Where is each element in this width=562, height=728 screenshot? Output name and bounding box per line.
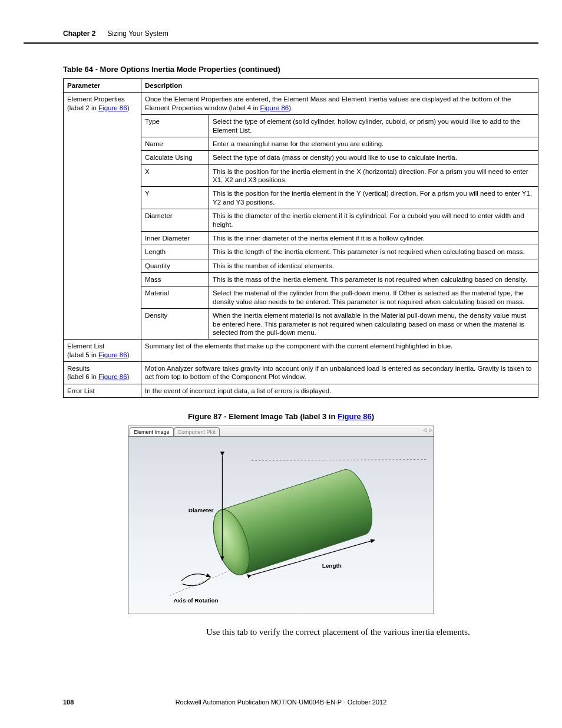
param-element-list: Element List(label 5 in Figure 86)	[64, 340, 141, 362]
subparam-type: Type	[141, 115, 209, 137]
publication-info: Rockwell Automation Publication MOTION-U…	[0, 699, 562, 706]
desc-element-list: Summary list of the elements that make u…	[141, 340, 538, 362]
page-number: 108	[63, 699, 74, 706]
param-element-properties: Element Properties(label 2 in Figure 86)	[64, 93, 141, 340]
desc-error-list: In the event of incorrect input data, a …	[141, 384, 538, 397]
desc-quantity: This is the number of identical elements…	[209, 259, 538, 272]
tab-nav-next-icon[interactable]: ▷	[429, 427, 432, 433]
desc-diameter: This is the diameter of the inertia elem…	[209, 209, 538, 232]
tab-element-image[interactable]: Element Image	[130, 427, 174, 436]
page-footer: 108 Rockwell Automation Publication MOTI…	[0, 699, 562, 706]
tab-nav-prev-icon[interactable]: ◁	[423, 427, 427, 433]
tab-component-plot[interactable]: Component Plot	[174, 427, 220, 436]
desc-material: Select the material of the cylinder from…	[209, 286, 538, 309]
subparam-diameter: Diameter	[141, 209, 209, 232]
desc-inner-diameter: This is the inner diameter of the inerti…	[209, 231, 538, 245]
desc-mass: This is the mass of the inertia element.…	[209, 273, 538, 286]
figure-87: Element Image Component Plot ◁ ▷	[128, 426, 434, 614]
th-parameter: Parameter	[64, 79, 141, 93]
desc-calculate-using: Select the type of data (mass or density…	[209, 151, 538, 164]
subparam-quantity: Quantity	[141, 259, 209, 272]
figure-86-link[interactable]: Figure 86	[98, 373, 127, 380]
subparam-density: Density	[141, 309, 209, 340]
subparam-name: Name	[141, 137, 209, 150]
chapter-title: Sizing Your System	[107, 29, 168, 38]
desc-results: Motion Analyzer software takes gravity i…	[141, 362, 538, 384]
subparam-inner-diameter: Inner Diameter	[141, 231, 209, 245]
figure-86-link[interactable]: Figure 86	[260, 104, 289, 111]
th-description: Description	[141, 79, 538, 93]
subparam-x: X	[141, 164, 209, 187]
param-error-list: Error List	[64, 384, 141, 397]
page-header: Chapter 2 Sizing Your System	[24, 29, 538, 44]
label-axis-of-rotation: Axis of Rotation	[173, 598, 218, 604]
param-results: Results(label 6 in Figure 86)	[64, 362, 141, 384]
desc-density: When the inertia element material is not…	[209, 309, 538, 340]
figure-canvas: Diameter Length Axis of Rotation	[128, 437, 434, 614]
desc-x: This is the position for the inertia ele…	[209, 164, 538, 187]
table-caption: Table 64 - More Options Inertia Mode Pro…	[24, 65, 538, 74]
elem-props-intro: Once the Element Properties are entered,…	[141, 93, 538, 115]
figure-86-link[interactable]: Figure 86	[338, 412, 372, 421]
figure-caption: Figure 87 - Element Image Tab (label 3 i…	[24, 412, 538, 421]
figure-tab-strip: Element Image Component Plot ◁ ▷	[128, 426, 434, 437]
label-diameter: Diameter	[189, 507, 214, 513]
desc-y: This is the position for the inertia ele…	[209, 187, 538, 209]
subparam-y: Y	[141, 187, 209, 209]
subparam-mass: Mass	[141, 273, 209, 286]
figure-86-link[interactable]: Figure 86	[98, 351, 127, 358]
properties-table: Parameter Description Element Properties…	[63, 78, 538, 398]
subparam-length: Length	[141, 245, 209, 259]
subparam-calculate-using: Calculate Using	[141, 151, 209, 164]
subparam-material: Material	[141, 286, 209, 309]
desc-name: Enter a meaningful name for the element …	[209, 137, 538, 150]
figure-body-text: Use this tab to verify the correct place…	[206, 627, 524, 637]
figure-86-link[interactable]: Figure 86	[98, 104, 127, 111]
desc-length: This is the length of the inertia elemen…	[209, 245, 538, 259]
desc-type: Select the type of element (solid cylind…	[209, 115, 538, 137]
label-length: Length	[322, 562, 342, 569]
svg-line-1	[252, 460, 428, 461]
chapter-label: Chapter 2	[63, 29, 95, 38]
